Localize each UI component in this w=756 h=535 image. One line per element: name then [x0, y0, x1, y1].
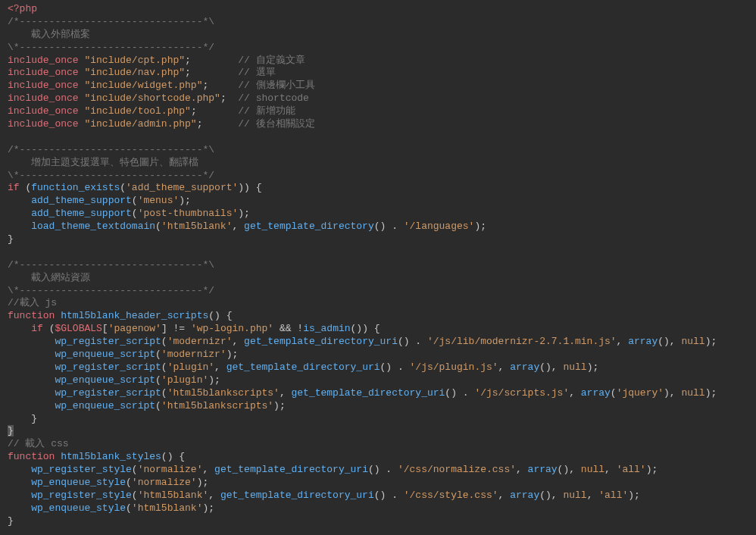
code-line[interactable]: } [8, 233, 748, 246]
code-line[interactable]: add_theme_support('menus'); [8, 195, 748, 208]
code-line[interactable]: include_once "include/widget.php"; // 側邊… [8, 80, 748, 92]
code-line[interactable]: \*-------------------------------*/ [8, 285, 748, 298]
code-line[interactable]: } [8, 425, 748, 438]
code-token: ); [226, 349, 239, 360]
code-line[interactable]: wp_enqueue_script('modernizr'); [8, 349, 748, 361]
code-line[interactable]: /*-------------------------------*\ [8, 144, 748, 157]
code-line[interactable]: if ($GLOBALS['pagenow'] != 'wp-login.php… [8, 323, 748, 336]
code-token: function [8, 310, 55, 321]
code-line[interactable]: wp_enqueue_style('html5blank'); [8, 502, 748, 515]
code-line[interactable]: // 載入 css [8, 438, 748, 451]
code-line[interactable]: wp_register_style('normalize', get_templ… [8, 464, 748, 477]
code-line[interactable]: /*-------------------------------*\ [8, 16, 748, 29]
code-token: 'wp-login.php' [191, 323, 273, 334]
code-line[interactable] [8, 246, 748, 259]
code-line[interactable] [8, 131, 748, 144]
code-line[interactable]: include_once "include/admin.php"; // 後台相… [8, 118, 748, 131]
code-line[interactable]: load_theme_textdomain('html5blank', get_… [8, 221, 748, 233]
code-line[interactable]: include_once "include/nav.php"; // 選單 [8, 67, 748, 80]
code-token: } [8, 425, 14, 436]
code-line[interactable]: 載入網站資源 [8, 272, 748, 285]
code-line[interactable]: <?php [8, 3, 748, 16]
code-token: , [208, 490, 220, 501]
code-line[interactable]: //載入 js [8, 297, 748, 310]
code-line[interactable]: 載入外部檔案 [8, 29, 748, 42]
code-line[interactable]: wp_register_script('html5blankscripts', … [8, 387, 748, 400]
code-token: include_once [8, 67, 79, 78]
code-line[interactable]: function html5blank_header_scripts() { [8, 310, 748, 323]
code-line[interactable]: wp_enqueue_style('normalize'); [8, 477, 748, 490]
code-token [8, 502, 31, 514]
code-token: ( [132, 208, 138, 219]
code-token: ); [238, 208, 250, 219]
code-token: ( [611, 387, 617, 399]
code-line[interactable]: \*-------------------------------*/ [8, 42, 748, 55]
code-line[interactable]: } [8, 413, 748, 426]
code-token: // 側邊欄小工具 [238, 80, 314, 91]
code-token [8, 349, 55, 360]
code-token: 'html5blankscripts' [161, 400, 273, 411]
code-token: '/js/lib/modernizr-2.7.1.min.js' [427, 336, 617, 347]
code-token: add_theme_support [31, 208, 132, 219]
code-token: ); [587, 361, 599, 373]
code-token: if [8, 182, 20, 193]
code-line[interactable]: /*-------------------------------*\ [8, 259, 748, 272]
code-token: 'plugin' [161, 374, 208, 386]
code-token: get_template_directory [244, 221, 374, 232]
code-token: , [604, 464, 617, 475]
code-line[interactable]: include_once "include/tool.php"; // 新增功能 [8, 105, 748, 118]
code-token: ( [120, 182, 126, 193]
code-token: ( [20, 182, 32, 193]
code-token: is_admin [303, 323, 350, 334]
code-token: (), [558, 464, 581, 475]
code-token: 'html5blank' [161, 221, 233, 232]
code-line[interactable]: include_once "include/shortcode.php"; //… [8, 92, 748, 105]
code-token: ); [197, 477, 209, 488]
code-token: /*-------------------------------*\ [8, 259, 214, 271]
code-token: 'plugin' [167, 361, 214, 373]
code-token: , [214, 361, 226, 373]
code-token: ( [155, 221, 161, 232]
code-line[interactable]: if (function_exists('add_theme_support')… [8, 182, 748, 195]
code-token: \*-------------------------------*/ [8, 285, 214, 296]
code-line[interactable]: } [8, 515, 748, 528]
code-token: () . [374, 221, 404, 232]
code-editor[interactable]: <?php/*-------------------------------*\… [0, 0, 756, 531]
code-line[interactable]: \*-------------------------------*/ [8, 170, 748, 183]
code-token: ); [705, 387, 717, 399]
code-token: wp_enqueue_script [55, 349, 155, 360]
code-token: ()) { [351, 323, 380, 334]
code-token: ); [179, 195, 191, 206]
code-token: get_template_directory_uri [214, 464, 368, 475]
code-token: () . [398, 336, 427, 347]
code-line[interactable]: function html5blank_styles() { [8, 451, 748, 464]
code-token: , [569, 387, 581, 399]
code-token: 'add_theme_support' [126, 182, 238, 193]
code-token: include_once [8, 80, 79, 91]
code-token: && ! [273, 323, 303, 334]
code-token [8, 490, 31, 501]
code-token: array [528, 464, 558, 475]
code-line[interactable]: wp_register_style('html5blank', get_temp… [8, 490, 748, 502]
code-line[interactable]: wp_register_script('modernizr', get_temp… [8, 336, 748, 349]
code-line[interactable]: wp_enqueue_script('plugin'); [8, 374, 748, 387]
code-token: "include/cpt.php" [84, 55, 185, 66]
code-line[interactable]: add_theme_support('post-thumbnails'); [8, 208, 748, 221]
code-token: () . [380, 361, 410, 373]
code-token: ); [646, 464, 658, 475]
code-line[interactable]: include_once "include/cpt.php"; // 自定義文章 [8, 55, 748, 67]
code-token [8, 323, 31, 334]
code-token: wp_enqueue_script [55, 374, 155, 386]
code-token: '/css/style.css' [404, 490, 498, 501]
code-token: ); [208, 374, 220, 386]
code-line[interactable]: wp_register_script('plugin', get_templat… [8, 361, 748, 374]
code-token: () { [161, 451, 185, 462]
code-token: "include/tool.php" [84, 105, 190, 117]
code-token: wp_register_style [31, 490, 132, 501]
code-token: '/languages' [404, 221, 475, 232]
code-token: ), [664, 387, 681, 399]
code-line[interactable]: 增加主題支援選單、特色圖片、翻譯檔 [8, 157, 748, 170]
code-token: wp_register_script [55, 361, 161, 373]
code-line[interactable]: wp_enqueue_script('html5blankscripts'); [8, 400, 748, 413]
code-token: wp_register_style [31, 464, 132, 475]
